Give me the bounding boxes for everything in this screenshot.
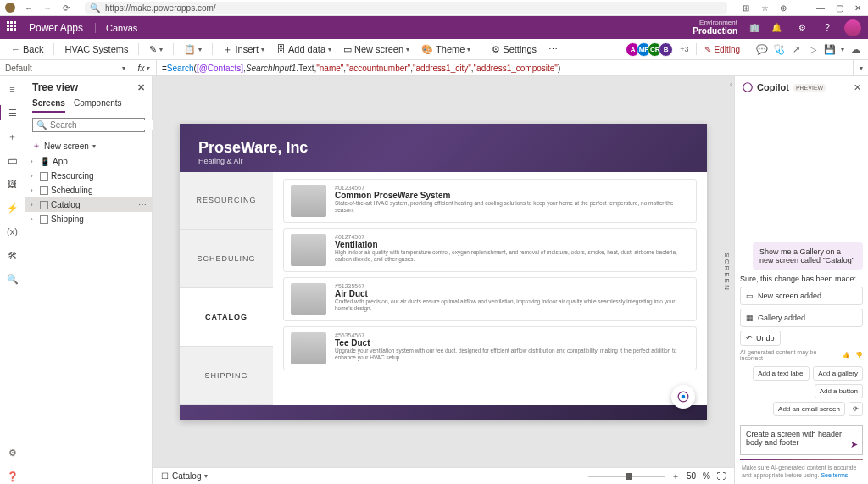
fit-screen-icon[interactable]: ⛶ [717, 471, 726, 481]
play-icon[interactable]: ▷ [807, 43, 819, 55]
back-icon[interactable]: ← [24, 3, 34, 13]
tree-view-icon[interactable]: ☰ [5, 105, 20, 120]
notifications-icon[interactable]: 🔔 [768, 19, 785, 36]
more-button[interactable]: ⋯ [544, 42, 562, 57]
advanced-tools-icon[interactable]: 🛠 [5, 248, 20, 263]
property-selector[interactable]: Default▾ [0, 60, 131, 75]
edit-button[interactable]: ✎▾ [145, 42, 167, 57]
tab-components[interactable]: Components [74, 95, 122, 113]
thumbs-down-icon[interactable]: 👎 [855, 352, 863, 359]
search-input[interactable] [50, 120, 158, 130]
profile-avatar[interactable] [5, 3, 15, 13]
tree-search[interactable]: 🔍 [32, 118, 145, 132]
new-screen-button[interactable]: ▭New screen▾ [339, 42, 414, 57]
command-bar: ←Back HVAC Systems ✎▾ 📋▾ ＋Insert▾ 🗄Add d… [0, 39, 868, 60]
selection-indicator[interactable]: ☐ Catalog ▾ [161, 471, 208, 481]
more-icon[interactable]: ⋯ [138, 200, 147, 209]
settings-icon[interactable]: ⚙ [793, 19, 810, 36]
save-icon[interactable]: 💾 [824, 43, 836, 55]
suggestion-chip[interactable]: Add a gallery [813, 366, 863, 381]
media-pane-icon[interactable]: 🖼 [5, 176, 20, 192]
favorite-icon[interactable]: ☆ [760, 3, 770, 13]
expand-formula-icon[interactable]: ▾ [853, 60, 868, 75]
thumbs-up-icon[interactable]: 👍 [843, 352, 850, 359]
product-card[interactable]: #01234567Common ProseWare SystemState-of… [283, 179, 697, 223]
zoom-in-icon[interactable]: ＋ [671, 470, 680, 482]
product-card[interactable]: #55354567Tee DuctUpgrade your ventilatio… [283, 326, 697, 370]
refresh-icon[interactable]: ⟳ [61, 3, 71, 13]
url-text: https://make.powerapps.com/ [105, 3, 216, 13]
minimize-icon[interactable]: — [815, 3, 826, 13]
menu-icon[interactable]: ⋯ [797, 3, 807, 13]
theme-button[interactable]: 🎨Theme▾ [417, 42, 475, 57]
product-description: Crafted with precision, our air ducts en… [335, 298, 689, 313]
copilot-fab[interactable] [671, 385, 695, 409]
settings-pane-icon[interactable]: ⚙ [5, 445, 20, 460]
brand-name[interactable]: Power Apps [29, 22, 83, 34]
extra-avatars-count[interactable]: +3 [680, 45, 688, 53]
gallery-icon: ▦ [746, 314, 754, 322]
close-panel-icon[interactable]: ✕ [137, 82, 145, 93]
screen-nav-up[interactable]: ‹ [730, 80, 732, 89]
new-screen-button[interactable]: ＋ New screen ▾ [25, 137, 152, 154]
tab-screens[interactable]: Screens [32, 95, 65, 113]
editing-mode-button[interactable]: ✎Editing [704, 45, 740, 54]
copilot-title: Copilot [757, 82, 789, 92]
paste-button[interactable]: 📋▾ [180, 42, 206, 57]
presence-avatars[interactable]: A MP CR B [629, 42, 673, 57]
insert-button[interactable]: ＋Insert▾ [219, 42, 269, 58]
zoom-slider[interactable] [588, 476, 665, 477]
nav-item-resourcing[interactable]: RESOURCING [180, 172, 273, 231]
save-dropdown[interactable]: ▾ [841, 46, 844, 53]
palette-icon: 🎨 [421, 44, 433, 55]
user-avatar[interactable] [844, 19, 861, 36]
suggestion-chip[interactable]: Add an email screen [773, 402, 845, 416]
zoom-out-icon[interactable]: − [576, 471, 581, 481]
product-card[interactable]: #61274567VentilationHigh indoor air qual… [283, 228, 697, 272]
data-pane-icon[interactable]: 🗃 [5, 153, 20, 168]
add-data-button[interactable]: 🗄Add data▾ [272, 42, 336, 56]
help-icon[interactable]: ? [819, 19, 836, 36]
refresh-suggestions-icon[interactable]: ⟳ [849, 402, 863, 416]
close-copilot-icon[interactable]: ✕ [854, 82, 861, 93]
nav-item-shipping[interactable]: SHIPPING [180, 347, 273, 405]
settings-button[interactable]: ⚙Settings [487, 42, 541, 57]
suggestion-chip[interactable]: Add a button [815, 384, 863, 398]
maximize-icon[interactable]: ▢ [834, 3, 844, 13]
address-bar[interactable]: 🔍 https://make.powerapps.com/ [85, 2, 727, 14]
flows-icon[interactable]: ⚡ [5, 200, 20, 215]
app-name-label[interactable]: HVAC Systems [60, 42, 132, 56]
share-icon[interactable]: ↗ [790, 43, 802, 55]
extensions-icon[interactable]: ⊞ [741, 3, 751, 13]
change-card: ▦Gallery added [740, 309, 863, 327]
insert-pane-icon[interactable]: ＋ [5, 129, 20, 144]
tree-item-scheduling[interactable]: ›Scheduling⋯ [25, 183, 152, 197]
tree-item-resourcing[interactable]: ›Resourcing⋯ [25, 169, 152, 183]
formula-input[interactable]: = Search( [@Contacts], SearchInput1.Text… [157, 64, 853, 73]
checker-icon[interactable]: 🩺 [773, 43, 785, 55]
hamburger-icon[interactable]: ≡ [5, 81, 20, 97]
send-icon[interactable]: ➤ [850, 439, 858, 450]
tree-item-catalog[interactable]: ›Catalog⋯ [25, 197, 152, 212]
undo-button[interactable]: ↶Undo [740, 331, 781, 346]
tree-item-shipping[interactable]: ›Shipping⋯ [25, 212, 152, 226]
collections-icon[interactable]: ⊕ [778, 3, 788, 13]
product-card[interactable]: #51235567Air DuctCrafted with precision,… [283, 277, 697, 321]
environment-picker[interactable]: Environment Production [693, 19, 737, 36]
tree-item-app[interactable]: ›📱App⋯ [25, 154, 152, 169]
copilot-input[interactable]: Create a screen with header body and foo… [740, 425, 863, 455]
variables-icon[interactable]: (x) [5, 224, 20, 239]
ask-icon[interactable]: ❓ [5, 469, 20, 484]
app-launcher-icon[interactable] [7, 21, 20, 35]
fx-button[interactable]: fx▾ [131, 60, 157, 75]
close-window-icon[interactable]: ✕ [853, 3, 863, 13]
publish-icon[interactable]: ☁ [849, 43, 861, 55]
search-pane-icon[interactable]: 🔍 [5, 271, 20, 287]
see-terms-link[interactable]: See terms [821, 472, 848, 478]
nav-item-catalog[interactable]: CATALOG [180, 288, 273, 347]
nav-item-scheduling[interactable]: SCHEDULING [180, 230, 273, 288]
back-button[interactable]: ←Back [7, 42, 47, 56]
comment-icon[interactable]: 💬 [756, 43, 768, 55]
app-preview[interactable]: ProseWare, Inc Heating & Air RESOURCINGS… [180, 124, 707, 420]
suggestion-chip[interactable]: Add a text label [753, 366, 810, 381]
